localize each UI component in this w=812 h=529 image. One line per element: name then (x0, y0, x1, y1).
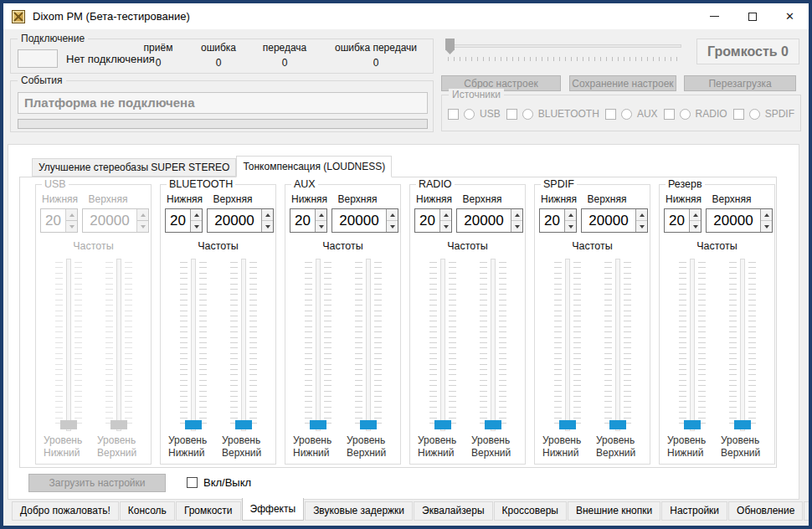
lower-freq-spinner-up-button[interactable] (66, 209, 77, 221)
lower-freq-spinner-down-button[interactable] (565, 221, 576, 232)
upper-freq-spinner[interactable]: 20000 (82, 208, 149, 233)
upper-freq-spinner-down-button[interactable] (511, 221, 522, 232)
source-checkbox-bluetooth[interactable] (506, 109, 517, 120)
lower-freq-spinner[interactable]: 20 (539, 208, 577, 233)
tab-external-buttons[interactable]: Внешние кнопки (568, 501, 660, 521)
upper-freq-spinner-up-button[interactable] (636, 209, 647, 221)
lower-freq-spinner[interactable]: 20 (664, 208, 702, 233)
lower-freq-spinner-up-button[interactable] (690, 209, 701, 221)
upper-freq-spinner-down-button[interactable] (137, 221, 148, 232)
slider-thumb-upper[interactable] (360, 420, 377, 429)
tab-equalizers[interactable]: Эквалайзеры (414, 501, 493, 521)
upper-freq-spinner-up-button[interactable] (511, 209, 522, 221)
lower-freq-spinner[interactable]: 20 (414, 208, 452, 233)
tab-console[interactable]: Консоль (120, 501, 175, 521)
tab-effects[interactable]: Эффекты (242, 498, 305, 521)
volume-slider[interactable] (444, 37, 685, 62)
slider-thumb-lower[interactable] (559, 420, 576, 429)
onoff-checkbox[interactable] (187, 477, 198, 488)
upper-freq-spinner-down-button[interactable] (636, 221, 647, 232)
slider-track-lower[interactable] (316, 259, 321, 431)
slider-track-upper[interactable] (241, 259, 246, 431)
source-radio-aux[interactable] (621, 109, 632, 120)
slider-track-upper[interactable] (615, 259, 620, 431)
slider-thumb-lower[interactable] (310, 420, 326, 429)
upper-freq-spinner-down-button[interactable] (387, 221, 398, 232)
upper-freq-spinner-up-button[interactable] (761, 209, 772, 221)
lower-freq-spinner-up-button[interactable] (565, 209, 576, 221)
tab-super-stereo[interactable]: Улучшение стереобазы SUPER STEREO (32, 158, 236, 177)
source-radio-spdif[interactable] (749, 109, 760, 120)
source-checkbox-spdif[interactable] (733, 109, 744, 120)
level-slider-upper[interactable] (604, 259, 631, 431)
slider-thumb-upper[interactable] (485, 420, 501, 429)
reboot-button[interactable]: Перезагрузка (684, 75, 796, 91)
level-slider-lower[interactable] (305, 259, 331, 431)
lower-freq-spinner-up-button[interactable] (440, 209, 451, 221)
slider-track-lower[interactable] (565, 259, 570, 431)
maximize-button[interactable] (733, 3, 771, 29)
level-slider-upper[interactable] (355, 259, 382, 431)
tab-crossovers[interactable]: Кроссоверы (494, 501, 567, 521)
volume-slider-thumb[interactable] (445, 39, 455, 54)
lower-freq-spinner-up-button[interactable] (316, 209, 326, 221)
slider-thumb-lower[interactable] (684, 420, 701, 429)
tab-settings[interactable]: Настройки (661, 501, 727, 521)
slider-track-lower[interactable] (690, 259, 695, 431)
level-slider-lower[interactable] (55, 259, 82, 431)
slider-track-upper[interactable] (366, 259, 371, 431)
upper-freq-spinner[interactable]: 20000 (207, 208, 274, 233)
slider-thumb-upper[interactable] (110, 420, 127, 429)
upper-freq-spinner-down-button[interactable] (262, 221, 273, 232)
upper-freq-spinner-up-button[interactable] (387, 209, 398, 221)
source-checkbox-radio[interactable] (664, 109, 675, 120)
level-slider-lower[interactable] (554, 259, 581, 431)
slider-track-upper[interactable] (491, 259, 496, 431)
slider-thumb-upper[interactable] (734, 420, 751, 429)
tab-info[interactable]: Информация (804, 501, 812, 521)
upper-freq-spinner-up-button[interactable] (262, 209, 273, 221)
slider-track-lower[interactable] (440, 259, 445, 431)
level-slider-lower[interactable] (679, 259, 706, 431)
tab-welcome[interactable]: Добро пожаловать! (12, 501, 119, 521)
level-slider-lower[interactable] (180, 259, 207, 431)
slider-track-upper[interactable] (740, 259, 745, 431)
load-settings-button[interactable]: Загрузить настройки (28, 474, 166, 492)
slider-thumb-lower[interactable] (434, 420, 451, 429)
lower-freq-spinner-down-button[interactable] (690, 221, 701, 232)
slider-thumb-lower[interactable] (185, 420, 202, 429)
lower-freq-spinner-down-button[interactable] (316, 221, 326, 232)
level-slider-upper[interactable] (105, 259, 132, 431)
level-slider-lower[interactable] (429, 259, 456, 431)
source-radio-bluetooth[interactable] (522, 109, 533, 120)
upper-freq-spinner[interactable]: 20000 (706, 208, 773, 233)
tab-sound-delays[interactable]: Звуковые задержки (305, 501, 413, 521)
connection-indicator[interactable] (18, 49, 58, 68)
lower-freq-spinner-up-button[interactable] (191, 209, 202, 221)
tab-volumes[interactable]: Громкости (176, 501, 241, 521)
minimize-button[interactable] (696, 3, 733, 29)
source-radio-radio[interactable] (680, 109, 691, 120)
upper-freq-spinner[interactable]: 20000 (456, 208, 523, 233)
source-checkbox-aux[interactable] (605, 109, 616, 120)
upper-freq-spinner-up-button[interactable] (137, 209, 148, 221)
tab-update[interactable]: Обновление (728, 501, 803, 521)
lower-freq-spinner[interactable]: 20 (40, 208, 78, 233)
lower-freq-spinner[interactable]: 20 (165, 208, 203, 233)
slider-track-upper[interactable] (116, 259, 121, 431)
source-checkbox-usb[interactable] (448, 109, 459, 120)
upper-freq-spinner[interactable]: 20000 (331, 208, 398, 233)
slider-track-lower[interactable] (66, 259, 71, 431)
level-slider-upper[interactable] (480, 259, 506, 431)
close-button[interactable]: ✕ (771, 3, 809, 29)
upper-freq-spinner[interactable]: 20000 (581, 208, 648, 233)
slider-thumb-upper[interactable] (609, 420, 626, 429)
slider-thumb-upper[interactable] (235, 420, 252, 429)
lower-freq-spinner-down-button[interactable] (66, 221, 77, 232)
source-radio-usb[interactable] (464, 109, 475, 120)
save-settings-button[interactable]: Сохранение настроек (569, 75, 676, 91)
tab-loudness[interactable]: Тонкомпенсация (LOUDNESS) (236, 156, 392, 177)
slider-thumb-lower[interactable] (60, 420, 77, 429)
level-slider-upper[interactable] (230, 259, 257, 431)
volume-slider-track[interactable] (447, 44, 681, 48)
